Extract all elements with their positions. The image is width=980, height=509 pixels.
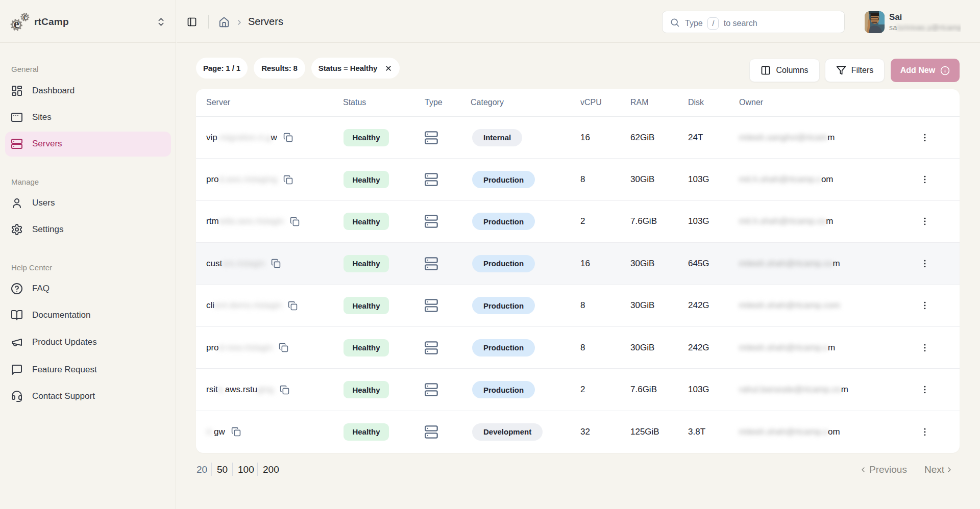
svg-text:e: e [14,17,19,31]
svg-text:e: e [23,12,27,21]
